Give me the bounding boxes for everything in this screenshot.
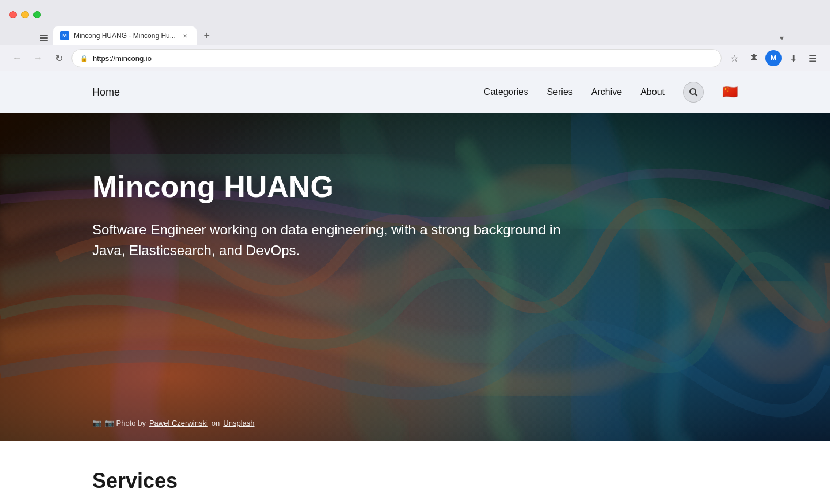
- minimize-button[interactable]: [21, 11, 29, 18]
- search-button[interactable]: [683, 82, 704, 103]
- tab-bar: M Mincong HUANG - Mincong Hu... ✕ + ▾: [0, 23, 830, 45]
- forward-button[interactable]: →: [30, 50, 46, 66]
- traffic-lights: [9, 11, 41, 18]
- url-display: https://mincong.io: [93, 54, 152, 63]
- nav-archive[interactable]: Archive: [591, 87, 622, 97]
- nav-about[interactable]: About: [640, 87, 665, 97]
- tab-close-button[interactable]: ✕: [180, 31, 190, 40]
- tab-favicon: M: [60, 31, 69, 40]
- sidebar-toggle[interactable]: [35, 33, 53, 43]
- extensions-button[interactable]: [746, 50, 762, 66]
- svg-rect-1: [40, 37, 48, 39]
- hero-title: Mincong HUANG: [92, 170, 738, 203]
- address-bar-row: ← → ↻ 🔒 https://mincong.io ☆ M ⬇ ☰: [0, 45, 830, 71]
- photo-credit-text: 📷 Photo by: [105, 419, 146, 427]
- services-section: Services Hi, I am a software engineer wi…: [0, 441, 830, 504]
- svg-rect-0: [40, 35, 48, 36]
- browser-tab-active[interactable]: M Mincong HUANG - Mincong Hu... ✕: [53, 26, 197, 45]
- photo-source-link[interactable]: Unsplash: [223, 419, 254, 427]
- hero-content: Mincong HUANG Software Engineer working …: [0, 113, 830, 307]
- tab-title: Mincong HUANG - Mincong Hu...: [74, 32, 176, 40]
- services-title: Services: [92, 469, 738, 493]
- website-content: Home Categories Series Archive About 🇨🇳: [0, 71, 830, 504]
- site-navigation: Home Categories Series Archive About 🇨🇳: [0, 71, 830, 113]
- reload-button[interactable]: ↻: [51, 50, 67, 66]
- hero-photo-credit: 📷 📷 Photo by Pawel Czerwinski on Unsplas…: [92, 419, 254, 427]
- svg-line-4: [695, 94, 697, 96]
- language-flag[interactable]: 🇨🇳: [722, 85, 738, 100]
- nav-categories[interactable]: Categories: [484, 87, 528, 97]
- new-tab-button[interactable]: +: [199, 28, 215, 44]
- hero-subtitle: Software Engineer working on data engine…: [92, 219, 565, 261]
- photo-icon: 📷: [92, 419, 101, 427]
- toolbar-right: ☆ M ⬇ ☰: [726, 50, 821, 66]
- browser-chrome: M Mincong HUANG - Mincong Hu... ✕ + ▾ ← …: [0, 0, 830, 71]
- profile-button[interactable]: M: [765, 50, 782, 66]
- photo-on-text: on: [212, 419, 220, 427]
- address-bar[interactable]: 🔒 https://mincong.io: [71, 49, 722, 67]
- photographer-link[interactable]: Pawel Czerwinski: [149, 419, 208, 427]
- tab-list-button[interactable]: ▾: [780, 33, 784, 43]
- nav-links: Categories Series Archive About 🇨🇳: [484, 82, 738, 103]
- site-logo[interactable]: Home: [92, 86, 120, 98]
- title-bar: [0, 0, 830, 23]
- bookmark-button[interactable]: ☆: [726, 50, 742, 66]
- download-button[interactable]: ⬇: [785, 50, 801, 66]
- svg-point-3: [690, 89, 696, 94]
- fullscreen-button[interactable]: [33, 11, 41, 18]
- svg-rect-2: [40, 40, 48, 41]
- hero-section: Mincong HUANG Software Engineer working …: [0, 113, 830, 441]
- nav-series[interactable]: Series: [546, 87, 572, 97]
- close-button[interactable]: [9, 11, 17, 18]
- lock-icon: 🔒: [80, 55, 88, 62]
- back-button[interactable]: ←: [9, 50, 25, 66]
- menu-button[interactable]: ☰: [805, 50, 821, 66]
